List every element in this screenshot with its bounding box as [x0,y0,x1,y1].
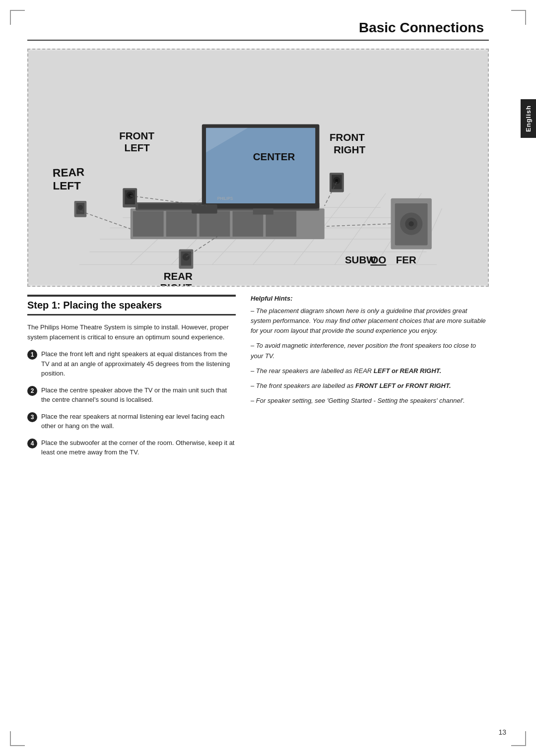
hint-3: – The rear speakers are labelled as REAR… [251,366,489,376]
main-content: Basic Connections [27,0,509,464]
hint-2: – To avoid magnetic interference, never … [251,341,489,361]
svg-text:PHILIPS: PHILIPS [217,196,233,201]
hints-title: Helpful Hints: [251,295,489,302]
step-heading: Step 1: Placing the speakers [27,295,236,315]
svg-text:CENTER: CENTER [253,151,295,162]
svg-text:LEFT: LEFT [124,142,150,153]
svg-text:FER: FER [396,254,416,265]
hint-5: – For speaker setting, see 'Getting Star… [251,396,489,406]
list-item-text-1: Place the front left and right speakers … [41,349,236,378]
svg-text:RIGHT: RIGHT [160,282,192,286]
page-title: Basic Connections [27,20,489,36]
right-column: Helpful Hints: – The placement diagram s… [251,295,489,464]
intro-paragraph: The Philips Home Theatre System is simpl… [27,322,236,342]
svg-rect-28 [192,204,217,214]
language-tab: English [521,99,536,138]
corner-mark-tr [511,10,526,25]
svg-rect-20 [266,211,296,236]
left-column: Step 1: Placing the speakers The Philips… [27,295,236,464]
list-item: 4 Place the subwoofer at the corner of t… [27,438,236,457]
steps-list: 1 Place the front left and right speaker… [27,349,236,457]
svg-text:LEFT: LEFT [53,180,81,192]
title-divider [27,40,489,41]
svg-point-39 [78,205,83,210]
svg-rect-26 [253,208,273,214]
page-number: 13 [498,728,506,736]
svg-text:FRONT: FRONT [330,131,365,143]
two-column-layout: Step 1: Placing the speakers The Philips… [27,295,489,464]
svg-text:REAR: REAR [164,270,193,282]
corner-mark-bl [10,731,25,746]
list-item-text-4: Place the subwoofer at the corner of the… [41,438,236,457]
list-number-3: 3 [27,412,37,422]
svg-text:REAR: REAR [53,166,85,179]
list-item: 1 Place the front left and right speaker… [27,349,236,378]
list-item: 3 Place the rear speakers at normal list… [27,412,236,431]
svg-text:FRONT: FRONT [119,130,154,141]
corner-mark-br [511,731,526,746]
corner-mark-tl [10,10,25,25]
hint-1: – The placement diagram shown here is on… [251,306,489,336]
hint-4: – The front speakers are labelled as FRO… [251,381,489,391]
list-number-4: 4 [27,439,37,448]
svg-text:RIGHT: RIGHT [334,144,365,155]
svg-rect-16 [133,211,164,236]
diagram-svg: PHILIPS [28,50,488,286]
svg-rect-18 [200,211,230,236]
list-item-text-2: Place the centre speaker above the TV or… [41,385,236,405]
list-item: 2 Place the centre speaker above the TV … [27,385,236,405]
step-heading-text: Step 1: Placing the speakers [27,300,162,311]
svg-point-47 [409,221,414,226]
svg-rect-19 [233,211,264,236]
list-item-text-3: Place the rear speakers at normal listen… [41,412,236,431]
speaker-diagram: PHILIPS [27,49,489,287]
svg-point-32 [129,193,132,196]
list-number-1: 1 [27,350,37,360]
svg-point-36 [335,179,338,182]
svg-rect-17 [166,211,197,236]
svg-text:OO: OO [370,254,386,265]
list-number-2: 2 [27,386,37,396]
